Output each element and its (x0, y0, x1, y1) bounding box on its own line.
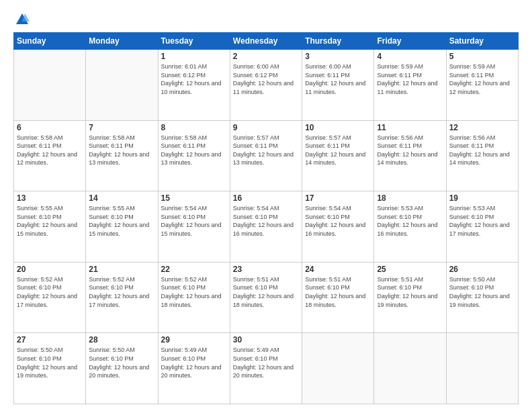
day-cell: 26Sunrise: 5:50 AM Sunset: 6:10 PM Dayli… (446, 262, 518, 333)
day-info: Sunrise: 5:58 AM Sunset: 6:11 PM Dayligh… (17, 134, 83, 167)
day-info: Sunrise: 5:58 AM Sunset: 6:11 PM Dayligh… (89, 134, 154, 167)
day-cell: 30Sunrise: 5:49 AM Sunset: 6:10 PM Dayli… (230, 333, 302, 404)
day-number: 20 (17, 265, 83, 274)
day-cell: 19Sunrise: 5:53 AM Sunset: 6:10 PM Dayli… (446, 191, 518, 263)
day-info: Sunrise: 5:57 AM Sunset: 6:11 PM Dayligh… (233, 134, 299, 167)
page: SundayMondayTuesdayWednesdayThursdayFrid… (0, 0, 532, 411)
top-header (13, 12, 519, 27)
day-number: 27 (17, 335, 83, 345)
day-cell: 3Sunrise: 6:00 AM Sunset: 6:11 PM Daylig… (302, 50, 374, 121)
weekday-header-tuesday: Tuesday (158, 33, 230, 50)
day-cell: 23Sunrise: 5:51 AM Sunset: 6:10 PM Dayli… (230, 262, 302, 333)
day-number: 4 (377, 52, 443, 61)
day-number: 2 (233, 52, 299, 61)
day-info: Sunrise: 5:50 AM Sunset: 6:10 PM Dayligh… (89, 346, 154, 379)
day-info: Sunrise: 6:01 AM Sunset: 6:12 PM Dayligh… (161, 62, 227, 96)
weekday-header-monday: Monday (86, 33, 158, 50)
day-number: 12 (449, 123, 515, 132)
day-cell: 10Sunrise: 5:57 AM Sunset: 6:11 PM Dayli… (302, 120, 374, 191)
day-info: Sunrise: 5:50 AM Sunset: 6:10 PM Dayligh… (449, 275, 515, 309)
day-number: 3 (305, 52, 371, 61)
day-number: 7 (89, 123, 154, 132)
weekday-header-sunday: Sunday (14, 33, 86, 50)
day-cell: 21Sunrise: 5:52 AM Sunset: 6:10 PM Dayli… (86, 262, 158, 333)
weekday-header-friday: Friday (374, 33, 446, 50)
day-cell: 5Sunrise: 5:59 AM Sunset: 6:11 PM Daylig… (446, 50, 518, 121)
day-cell: 29Sunrise: 5:49 AM Sunset: 6:10 PM Dayli… (158, 333, 230, 404)
day-info: Sunrise: 5:59 AM Sunset: 6:11 PM Dayligh… (377, 62, 443, 96)
week-row-2: 6Sunrise: 5:58 AM Sunset: 6:11 PM Daylig… (14, 120, 519, 191)
week-row-5: 27Sunrise: 5:50 AM Sunset: 6:10 PM Dayli… (14, 333, 519, 404)
day-number: 9 (233, 123, 299, 132)
day-info: Sunrise: 5:53 AM Sunset: 6:10 PM Dayligh… (449, 204, 515, 238)
week-row-4: 20Sunrise: 5:52 AM Sunset: 6:10 PM Dayli… (14, 262, 519, 333)
day-cell (86, 50, 158, 121)
day-info: Sunrise: 5:51 AM Sunset: 6:10 PM Dayligh… (305, 275, 371, 309)
day-number: 10 (305, 123, 371, 132)
day-cell: 14Sunrise: 5:55 AM Sunset: 6:10 PM Dayli… (86, 191, 158, 263)
day-cell: 22Sunrise: 5:52 AM Sunset: 6:10 PM Dayli… (158, 262, 230, 333)
day-number: 13 (17, 193, 83, 203)
day-number: 8 (161, 123, 227, 132)
day-cell: 25Sunrise: 5:51 AM Sunset: 6:10 PM Dayli… (374, 262, 446, 333)
day-info: Sunrise: 6:00 AM Sunset: 6:11 PM Dayligh… (305, 62, 371, 96)
logo (13, 12, 31, 27)
day-cell (302, 333, 374, 404)
calendar-table: SundayMondayTuesdayWednesdayThursdayFrid… (13, 32, 519, 404)
day-number: 22 (161, 265, 227, 274)
day-cell: 20Sunrise: 5:52 AM Sunset: 6:10 PM Dayli… (14, 262, 86, 333)
day-info: Sunrise: 5:50 AM Sunset: 6:10 PM Dayligh… (17, 346, 83, 379)
day-cell (374, 333, 446, 404)
day-cell: 6Sunrise: 5:58 AM Sunset: 6:11 PM Daylig… (14, 120, 86, 191)
day-info: Sunrise: 5:51 AM Sunset: 6:10 PM Dayligh… (233, 275, 299, 309)
logo-icon (15, 12, 30, 27)
day-number: 23 (233, 265, 299, 274)
day-number: 15 (161, 193, 227, 203)
day-info: Sunrise: 5:58 AM Sunset: 6:11 PM Dayligh… (161, 134, 227, 167)
day-number: 17 (305, 193, 371, 203)
day-number: 21 (89, 265, 154, 274)
day-info: Sunrise: 5:54 AM Sunset: 6:10 PM Dayligh… (233, 204, 299, 238)
day-number: 14 (89, 193, 154, 203)
day-cell (446, 333, 518, 404)
day-info: Sunrise: 5:55 AM Sunset: 6:10 PM Dayligh… (17, 204, 83, 238)
day-number: 6 (17, 123, 83, 132)
day-cell: 12Sunrise: 5:56 AM Sunset: 6:11 PM Dayli… (446, 120, 518, 191)
weekday-header-row: SundayMondayTuesdayWednesdayThursdayFrid… (14, 33, 519, 50)
day-cell: 9Sunrise: 5:57 AM Sunset: 6:11 PM Daylig… (230, 120, 302, 191)
day-info: Sunrise: 5:53 AM Sunset: 6:10 PM Dayligh… (377, 204, 443, 238)
day-info: Sunrise: 5:52 AM Sunset: 6:10 PM Dayligh… (17, 275, 83, 309)
day-number: 1 (161, 52, 227, 61)
day-number: 5 (449, 52, 515, 61)
day-number: 26 (449, 265, 515, 274)
day-cell: 2Sunrise: 6:00 AM Sunset: 6:12 PM Daylig… (230, 50, 302, 121)
day-info: Sunrise: 5:49 AM Sunset: 6:10 PM Dayligh… (233, 346, 299, 379)
day-info: Sunrise: 6:00 AM Sunset: 6:12 PM Dayligh… (233, 62, 299, 96)
day-cell: 17Sunrise: 5:54 AM Sunset: 6:10 PM Dayli… (302, 191, 374, 263)
day-cell: 1Sunrise: 6:01 AM Sunset: 6:12 PM Daylig… (158, 50, 230, 121)
day-cell: 7Sunrise: 5:58 AM Sunset: 6:11 PM Daylig… (86, 120, 158, 191)
day-info: Sunrise: 5:56 AM Sunset: 6:11 PM Dayligh… (377, 134, 443, 167)
day-cell: 11Sunrise: 5:56 AM Sunset: 6:11 PM Dayli… (374, 120, 446, 191)
day-cell (14, 50, 86, 121)
day-cell: 4Sunrise: 5:59 AM Sunset: 6:11 PM Daylig… (374, 50, 446, 121)
day-number: 18 (377, 193, 443, 203)
day-cell: 16Sunrise: 5:54 AM Sunset: 6:10 PM Dayli… (230, 191, 302, 263)
day-cell: 15Sunrise: 5:54 AM Sunset: 6:10 PM Dayli… (158, 191, 230, 263)
day-number: 16 (233, 193, 299, 203)
day-number: 28 (89, 335, 154, 345)
day-info: Sunrise: 5:57 AM Sunset: 6:11 PM Dayligh… (305, 134, 371, 167)
day-info: Sunrise: 5:54 AM Sunset: 6:10 PM Dayligh… (305, 204, 371, 238)
day-cell: 28Sunrise: 5:50 AM Sunset: 6:10 PM Dayli… (86, 333, 158, 404)
day-number: 25 (377, 265, 443, 274)
day-cell: 24Sunrise: 5:51 AM Sunset: 6:10 PM Dayli… (302, 262, 374, 333)
weekday-header-wednesday: Wednesday (230, 33, 302, 50)
day-number: 30 (233, 335, 299, 345)
day-cell: 27Sunrise: 5:50 AM Sunset: 6:10 PM Dayli… (14, 333, 86, 404)
day-info: Sunrise: 5:54 AM Sunset: 6:10 PM Dayligh… (161, 204, 227, 238)
day-cell: 8Sunrise: 5:58 AM Sunset: 6:11 PM Daylig… (158, 120, 230, 191)
weekday-header-thursday: Thursday (302, 33, 374, 50)
day-info: Sunrise: 5:55 AM Sunset: 6:10 PM Dayligh… (89, 204, 154, 238)
day-info: Sunrise: 5:51 AM Sunset: 6:10 PM Dayligh… (377, 275, 443, 309)
day-info: Sunrise: 5:49 AM Sunset: 6:10 PM Dayligh… (161, 346, 227, 379)
